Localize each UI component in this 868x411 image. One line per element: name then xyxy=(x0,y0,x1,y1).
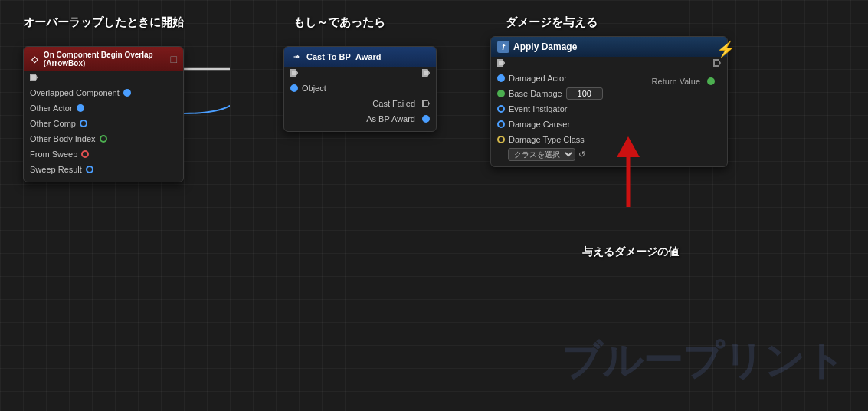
pin-other-actor: Other Actor xyxy=(24,100,183,116)
pin-sweep-result: Sweep Result xyxy=(24,162,183,177)
arrow-svg xyxy=(582,130,674,215)
cast-icon: ↠ xyxy=(290,51,303,63)
node-apply-title: Apply Damage xyxy=(513,41,577,52)
overlap-body: Overlapped Component Other Actor Other C… xyxy=(24,84,183,182)
annotation-cast: もし～であったら xyxy=(293,15,385,30)
pin-return-value-dot xyxy=(707,77,715,85)
pin-damaged-actor-label: Damaged Actor xyxy=(509,74,567,83)
apply-exec-in xyxy=(497,59,505,67)
pin-sweep-result-dot xyxy=(86,166,93,173)
annotation-apply: ダメージを与える xyxy=(506,15,598,30)
overlap-exec-out xyxy=(30,74,38,81)
pin-from-sweep-dot xyxy=(81,150,89,158)
pin-event-instigator: Event Instigator xyxy=(491,101,646,117)
pin-damaged-actor-dot xyxy=(497,74,505,82)
pin-other-body-label: Other Body Index xyxy=(30,134,96,143)
pin-damage-type-dot xyxy=(497,136,505,143)
pin-damage-type-label: Damage Type Class xyxy=(509,135,585,144)
pin-as-bp-award-dot xyxy=(422,115,430,123)
pin-overlapped-component: Overlapped Component xyxy=(24,85,183,100)
apply-func-icon: f xyxy=(497,41,509,53)
pin-overlapped-dot xyxy=(123,89,131,97)
pin-damage-causer-dot xyxy=(497,120,505,128)
overlap-exec-row xyxy=(24,71,183,84)
node-overlap-header: ◇ On Component Begin Overlap (ArrowBox) … xyxy=(24,47,183,71)
pin-other-comp-dot xyxy=(80,120,87,127)
pin-as-bp-award: As BP Award xyxy=(284,111,436,127)
overlap-close-btn[interactable]: □ xyxy=(171,53,177,65)
apply-exec-row xyxy=(491,57,727,69)
node-overlap: ◇ On Component Begin Overlap (ArrowBox) … xyxy=(23,46,184,182)
base-damage-input[interactable] xyxy=(566,87,603,100)
cast-exec-row xyxy=(284,67,436,79)
pin-other-comp: Other Comp xyxy=(24,116,183,131)
pin-other-actor-label: Other Actor xyxy=(30,104,73,113)
pin-cast-failed: Cast Failed xyxy=(284,96,436,111)
svg-marker-1 xyxy=(617,136,640,157)
node-cast: ↠ Cast To BP_Award Object Cast Failed As… xyxy=(283,46,437,132)
pin-return-value-label: Return Value xyxy=(652,77,700,86)
damage-type-select[interactable]: クラスを選択 xyxy=(508,148,575,161)
pin-base-damage-dot xyxy=(497,90,505,97)
cast-body: Object Cast Failed As BP Award xyxy=(284,79,436,131)
pin-cast-failed-exec xyxy=(422,100,430,107)
pin-from-sweep: From Sweep xyxy=(24,146,183,162)
flash-icon: ⚡ xyxy=(716,40,735,58)
pin-base-damage: Base Damage xyxy=(491,86,646,101)
pin-event-instigator-dot xyxy=(497,105,505,113)
pin-damage-causer: Damage Causer xyxy=(491,117,646,132)
pin-object: Object xyxy=(284,81,436,96)
apply-exec-out xyxy=(713,59,721,67)
pin-from-sweep-label: From Sweep xyxy=(30,150,77,159)
pin-other-comp-label: Other Comp xyxy=(30,119,76,128)
node-apply-header: f Apply Damage xyxy=(491,37,727,57)
pin-event-instigator-label: Event Instigator xyxy=(509,104,567,113)
pin-cast-failed-label: Cast Failed xyxy=(372,99,415,108)
pin-object-label: Object xyxy=(302,84,326,93)
annotation-overlap: オーバーラップしたときに開始 xyxy=(23,15,184,30)
pin-other-body-index: Other Body Index xyxy=(24,131,183,146)
cast-exec-in xyxy=(290,69,298,77)
pin-other-actor-dot xyxy=(77,104,84,112)
pin-damage-causer-label: Damage Causer xyxy=(509,120,570,129)
pin-other-body-dot xyxy=(100,135,107,143)
node-overlap-title: On Component Begin Overlap (ArrowBox) xyxy=(44,51,167,67)
cast-exec-out xyxy=(422,69,430,77)
pin-object-dot xyxy=(290,84,298,92)
damage-annotation-label: 与えるダメージの値 xyxy=(582,245,679,259)
node-cast-title: Cast To BP_Award xyxy=(306,52,381,61)
overlap-icon: ◇ xyxy=(30,53,40,65)
pin-overlapped-label: Overlapped Component xyxy=(30,88,120,97)
node-cast-header: ↠ Cast To BP_Award xyxy=(284,47,436,67)
pin-damaged-actor: Damaged Actor xyxy=(491,71,646,86)
pin-return-value: Return Value xyxy=(646,74,721,89)
pin-sweep-result-label: Sweep Result xyxy=(30,165,82,174)
pin-as-bp-award-label: As BP Award xyxy=(366,114,415,123)
pin-base-damage-label: Base Damage xyxy=(509,89,562,98)
